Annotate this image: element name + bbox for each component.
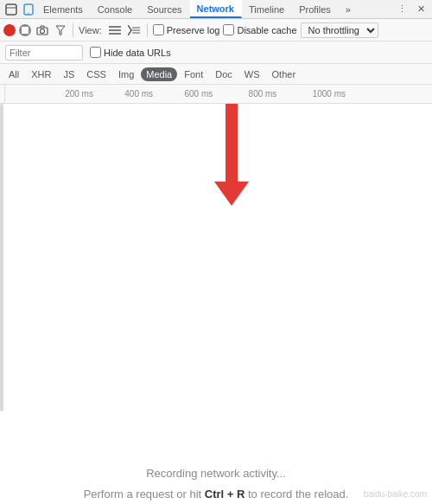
timeline-markers: 200 ms 400 ms 600 ms 800 ms 1000 ms <box>5 85 432 103</box>
type-tab-img[interactable]: Img <box>113 67 139 81</box>
tab-network[interactable]: Network <box>190 0 242 18</box>
svg-point-5 <box>41 29 45 33</box>
timeline-marker-200: 200 ms <box>65 89 93 99</box>
timeline-marker-1000: 1000 ms <box>313 89 346 99</box>
devtools-tabs: Elements Console Sources Network Timelin… <box>36 0 394 18</box>
type-tab-xhr[interactable]: XHR <box>26 67 56 81</box>
devtools-icon[interactable] <box>3 2 19 17</box>
type-tab-ws[interactable]: WS <box>239 67 265 81</box>
disable-cache-group[interactable]: Disable cache <box>223 24 296 35</box>
record-button[interactable] <box>3 24 16 36</box>
empty-state: Recording network activity... Perform a … <box>84 463 349 504</box>
preserve-log-group[interactable]: Preserve log <box>153 24 220 35</box>
tab-elements[interactable]: Elements <box>36 0 91 18</box>
empty-state-shortcut: Ctrl + R <box>205 488 245 501</box>
empty-state-line1: Recording network activity... <box>84 463 349 483</box>
devtools-tab-bar-left <box>3 2 36 17</box>
disable-cache-checkbox[interactable] <box>223 24 234 35</box>
tab-timeline[interactable]: Timeline <box>242 0 292 18</box>
network-toolbar: View: Preserve log Disable cache No thro… <box>0 19 432 41</box>
toolbar-divider-1 <box>73 23 73 37</box>
more-actions-icon[interactable]: ⋮ <box>394 2 410 17</box>
empty-state-line2: Perform a request or hit Ctrl + R to rec… <box>84 484 349 504</box>
tab-bar-actions: ⋮ ✕ <box>394 2 429 17</box>
svg-marker-6 <box>56 26 65 35</box>
arrow-shaft <box>226 104 238 182</box>
camera-button[interactable] <box>35 23 50 37</box>
throttle-select[interactable]: No throttling <box>301 22 378 38</box>
list-view-button[interactable] <box>107 23 123 37</box>
type-tab-doc[interactable]: Doc <box>210 67 238 81</box>
timeline-marker-400: 400 ms <box>124 89 153 99</box>
stop-icon <box>22 27 29 34</box>
filter-button[interactable] <box>54 23 67 37</box>
tab-sources[interactable]: Sources <box>140 0 189 18</box>
type-tab-other[interactable]: Other <box>267 67 302 81</box>
type-filter-tabs: All XHR JS CSS Img Media Font Doc WS Oth… <box>0 64 432 85</box>
tab-profiles[interactable]: Profiles <box>292 0 339 18</box>
mobile-icon[interactable] <box>21 2 36 17</box>
preserve-log-checkbox[interactable] <box>153 24 164 35</box>
tab-console[interactable]: Console <box>91 0 140 18</box>
close-icon[interactable]: ✕ <box>413 2 429 17</box>
empty-state-line2-after: to record the reload. <box>245 488 348 501</box>
stop-button[interactable] <box>19 24 31 36</box>
annotation-arrow <box>214 104 249 206</box>
devtools-tab-bar: Elements Console Sources Network Timelin… <box>0 0 432 19</box>
svg-point-3 <box>28 12 29 14</box>
tab-overflow[interactable]: » <box>339 0 359 18</box>
type-tab-all[interactable]: All <box>3 67 24 81</box>
type-tab-media[interactable]: Media <box>141 67 177 81</box>
hide-data-urls-checkbox[interactable] <box>90 47 101 58</box>
type-tab-font[interactable]: Font <box>179 67 208 81</box>
filter-input[interactable] <box>5 45 83 61</box>
timeline-marker-800: 800 ms <box>249 89 277 99</box>
hide-data-urls-group[interactable]: Hide data URLs <box>90 47 171 58</box>
arrow-head <box>214 182 249 206</box>
toolbar-divider-2 <box>147 23 148 37</box>
scrollbar[interactable] <box>0 104 3 411</box>
filter-bar: Hide data URLs <box>0 41 432 64</box>
timeline-marker-600: 600 ms <box>184 89 213 99</box>
type-tab-css[interactable]: CSS <box>81 67 111 81</box>
empty-state-line2-before: Perform a request or hit <box>84 488 205 501</box>
network-main-content: Recording network activity... Perform a … <box>0 104 432 504</box>
svg-rect-0 <box>6 4 16 15</box>
detail-view-button[interactable] <box>126 23 142 37</box>
type-tab-js[interactable]: JS <box>58 67 79 81</box>
view-label: View: <box>79 25 102 35</box>
watermark: baidu-baike.com <box>364 489 427 499</box>
timeline-header: 200 ms 400 ms 600 ms 800 ms 1000 ms <box>0 85 432 104</box>
